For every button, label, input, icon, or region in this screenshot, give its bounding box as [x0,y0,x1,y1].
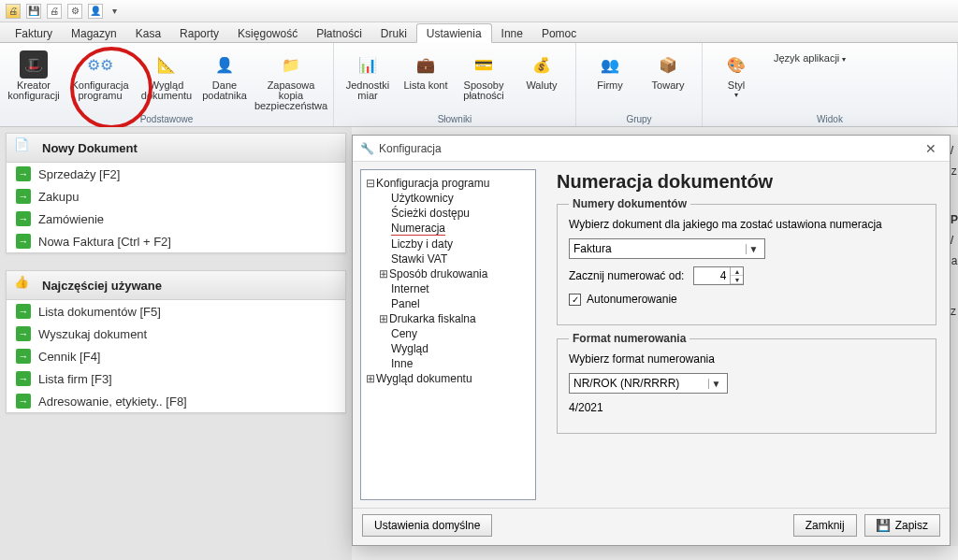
tab-ksiegowosc[interactable]: Księgowość [228,24,307,42]
tree-item-selected[interactable]: Numeracja [365,221,531,237]
tree-item[interactable]: ⊞Drukarka fiskalna [365,311,531,326]
panel-nowy-dokument: 📄Nowy Dokument →Sprzedaży [F2] →Zakupu →… [6,133,346,253]
label-start: Zacznij numerować od: [569,269,684,282]
tab-platnosci[interactable]: Płatności [307,24,371,42]
lang-label: Język aplikacji ▾ [766,47,846,113]
close-button[interactable]: Zamknij [793,514,857,537]
ribbon-firmy[interactable]: 👥Firmy [582,47,638,113]
fieldset-format: Format numerowania Wybierz format numero… [557,338,936,434]
panel-title: Najczęściej używane [42,279,162,293]
ribbon-group-label: Podstawowe [6,113,327,126]
ribbon: 🎩Kreator konfiguracji ⚙⚙Konfiguracja pro… [0,43,958,127]
tree-item[interactable]: Wygląd [365,341,531,356]
ribbon-platnosci[interactable]: 💳Sposoby płatności [456,47,512,113]
sideitem-sprzedazy[interactable]: →Sprzedaży [F2] [7,163,345,185]
tree-item[interactable]: Ceny [365,326,531,341]
tab-faktury[interactable]: Faktury [6,24,62,42]
wrench-icon: 🔧 [360,142,373,155]
ribbon-wyglad[interactable]: 📐Wygląd dokumentu [138,47,195,113]
checkbox-icon: ✓ [569,294,581,306]
tree-item[interactable]: Liczby i daty [365,237,531,251]
quick-access-toolbar: 🖨 💾 🖨 ⚙ 👤 ▾ [0,0,958,22]
side-pane: 📄Nowy Dokument →Sprzedaży [F2] →Zakupu →… [0,127,352,560]
arrow-icon: → [16,304,31,319]
ribbon-towary[interactable]: 📦Towary [640,47,696,113]
app-icon: 🖨 [6,4,21,19]
tree-item[interactable]: ⊞Wygląd dokumentu [365,371,531,386]
ribbon-waluty[interactable]: 💰Waluty [514,47,570,113]
ribbon-kreator[interactable]: 🎩Kreator konfiguracji [6,47,62,113]
arrow-icon: → [16,326,31,341]
start-number-input[interactable] [694,269,730,282]
ribbon-jednostki[interactable]: 📊Jednostki miar [340,47,396,113]
spin-down-icon[interactable]: ▼ [731,276,743,284]
ribbon-dane[interactable]: 👤Dane podatnika [196,47,253,113]
tab-kasa[interactable]: Kasa [126,24,170,42]
sideitem-lista-dok[interactable]: →Lista dokumentów [F5] [7,300,345,323]
fieldset-legend: Numery dokumentów [569,197,690,210]
tree-item[interactable]: Panel [365,296,531,311]
sideitem-nowa-faktura[interactable]: →Nowa Faktura [Ctrl + F2] [7,230,345,252]
format-combo[interactable]: NR/ROK (NR/RRRR) ▼ [569,373,728,394]
fieldset-legend: Format numerowania [569,332,689,345]
ribbon-group-label: Grupy [582,113,696,126]
tree-item[interactable]: Inne [365,356,531,371]
save-button[interactable]: 💾Zapisz [864,514,940,537]
qat-save-icon[interactable]: 💾 [26,4,41,19]
qat-settings-icon[interactable]: ⚙ [67,4,82,19]
spin-up-icon[interactable]: ▲ [731,267,743,276]
chevron-down-icon: ▼ [708,379,723,389]
close-icon[interactable]: ✕ [920,141,942,156]
tab-druki[interactable]: Druki [371,24,416,42]
ribbon-backup[interactable]: 📁Zapasowa kopia bezpieczeństwa [254,47,327,113]
fieldset-numery: Numery dokumentów Wybierz dokument dla j… [557,204,936,325]
tab-raporty[interactable]: Raporty [170,24,228,42]
ribbon-styl[interactable]: 🎨Styl▾ [708,47,764,113]
tab-pomoc[interactable]: Pomoc [532,24,586,42]
panel-title: Nowy Dokument [42,141,138,155]
tab-ustawienia[interactable]: Ustawienia [416,23,492,43]
ribbon-konfiguracja[interactable]: ⚙⚙Konfiguracja programu [64,47,137,113]
dialog-footer: Ustawienia domyślne Zamknij 💾Zapisz [353,508,950,541]
main-tabstrip: Faktury Magazyn Kasa Raporty Księgowość … [0,22,958,43]
qat-print-icon[interactable]: 🖨 [47,4,62,19]
dialog-titlebar: 🔧 Konfiguracja ✕ [353,136,950,162]
ribbon-konta[interactable]: 💼Lista kont [398,47,454,113]
start-number-spinner[interactable]: ▲▼ [693,266,744,285]
qat-user-icon[interactable]: 👤 [88,4,103,19]
tree-item[interactable]: Internet [365,281,531,296]
panel-najczesciej: 👍Najczęściej używane →Lista dokumentów [… [6,270,346,413]
arrow-icon: → [16,371,31,386]
tree-item[interactable]: Ścieżki dostępu [365,206,531,221]
tree-item[interactable]: ⊞Sposób drukowania [365,266,531,281]
tree-item[interactable]: Stawki VAT [365,251,531,266]
arrow-icon: → [16,166,31,181]
chevron-down-icon: ▼ [746,244,761,254]
config-heading: Numeracja dokumentów [557,171,936,193]
ribbon-group-label: Widok [708,113,951,126]
arrow-icon: → [16,189,31,204]
sideitem-zamowienie[interactable]: →Zamówienie [7,208,345,230]
defaults-button[interactable]: Ustawienia domyślne [362,514,492,537]
sideitem-zakupu[interactable]: →Zakupu [7,185,345,208]
thumbs-up-icon: 👍 [14,275,35,295]
arrow-icon: → [16,234,31,249]
sideitem-lista-firm[interactable]: →Lista firm [F3] [7,367,345,390]
dialog-title: Konfiguracja [379,142,442,155]
ribbon-group-label: Słowniki [340,113,570,126]
doc-type-combo[interactable]: Faktura ▼ [569,238,765,259]
arrow-icon: → [16,349,31,364]
qat-dropdown-icon[interactable]: ▾ [112,6,117,16]
config-tree[interactable]: ⊟Konfiguracja programu Użytkownicy Ścież… [360,169,536,500]
config-right: Numeracja dokumentów Numery dokumentów W… [544,162,950,508]
tree-item[interactable]: Użytkownicy [365,191,531,206]
tree-root[interactable]: ⊟Konfiguracja programu [365,176,531,191]
sideitem-wyszukaj[interactable]: →Wyszukaj dokument [7,323,345,345]
sideitem-adresowanie[interactable]: →Adresowanie, etykiety.. [F8] [7,390,345,412]
sideitem-cennik[interactable]: →Cennik [F4] [7,345,345,367]
tab-inne[interactable]: Inne [492,24,532,42]
autonumber-checkbox[interactable]: ✓ Autonumerowanie [569,293,924,306]
tab-magazyn[interactable]: Magazyn [62,24,126,42]
document-icon: 📄 [14,137,35,158]
config-dialog: 🔧 Konfiguracja ✕ ⊟Konfiguracja programu … [352,135,951,546]
